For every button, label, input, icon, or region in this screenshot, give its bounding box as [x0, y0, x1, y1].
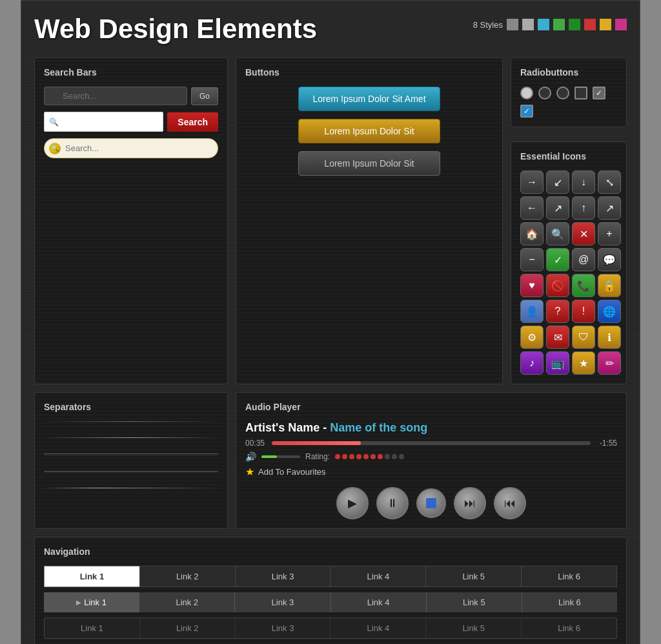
swatch-8[interactable] [615, 19, 627, 30]
buttons-title: Buttons [245, 67, 493, 78]
nav1-link1[interactable]: Link 1 [44, 566, 139, 587]
search-button-red[interactable]: Search [167, 112, 218, 132]
icon-search[interactable]: 🔍 [546, 222, 569, 245]
icon-star[interactable]: ★ [572, 351, 595, 375]
nav3-link4[interactable]: Link 4 [330, 618, 426, 638]
radio-6[interactable]: ✓ [520, 105, 533, 118]
icon-info[interactable]: ℹ [598, 326, 621, 349]
icon-arrow-right[interactable]: → [520, 171, 544, 194]
nav2-link6[interactable]: Link 6 [522, 592, 617, 612]
icon-edit[interactable]: ✏ [598, 351, 621, 375]
radio-4[interactable] [575, 87, 587, 99]
nav1-link5[interactable]: Link 5 [425, 566, 521, 587]
nav3-link1[interactable]: Link 1 [45, 618, 140, 638]
radio-2[interactable] [538, 87, 551, 99]
radio-5[interactable]: ✓ [593, 87, 605, 99]
icon-arrow-down-left[interactable]: ↙ [546, 171, 569, 194]
progress-row: 00:35 -1:55 [245, 439, 617, 448]
nav3-link2[interactable]: Link 2 [140, 618, 236, 638]
icon-globe[interactable]: 🌐 [598, 300, 621, 323]
icon-arrow-up[interactable]: ↑ [572, 196, 595, 220]
nav3-link6[interactable]: Link 6 [522, 618, 616, 638]
icon-arrow-left[interactable]: ← [520, 196, 544, 220]
dot-5[interactable] [363, 454, 369, 459]
icon-heart[interactable]: ♥ [520, 274, 544, 297]
nav3-link5[interactable]: Link 5 [426, 618, 522, 638]
icon-close[interactable]: ✕ [572, 222, 595, 245]
dot-10[interactable] [399, 454, 404, 459]
icon-phone[interactable]: 📞 [572, 274, 595, 297]
button-gold[interactable]: Lorem Ipsum Dolor Sit [298, 119, 440, 143]
nav1-link3[interactable]: Link 3 [235, 566, 330, 587]
pause-button[interactable]: ⏸ [376, 487, 409, 519]
prev-button[interactable]: ⏮ [494, 487, 526, 519]
radio-3[interactable] [556, 87, 569, 99]
icon-alert[interactable]: ! [572, 300, 595, 323]
nav2-link4[interactable]: Link 4 [331, 592, 427, 612]
icon-user[interactable]: 👤 [520, 300, 544, 323]
time-remaining: -1:55 [595, 439, 617, 448]
dot-7[interactable] [378, 454, 383, 459]
swatch-6[interactable] [584, 19, 596, 30]
icon-at[interactable]: @ [572, 248, 595, 271]
icon-music[interactable]: ♪ [520, 351, 544, 375]
button-blue[interactable]: Lorem Ipsum Dolor Sit Amet [298, 87, 440, 111]
progress-fill [272, 441, 361, 445]
dot-8[interactable] [385, 454, 390, 459]
search-input-2[interactable] [44, 112, 163, 132]
go-button[interactable]: Go [191, 87, 218, 105]
nav2-link5[interactable]: Link 5 [427, 592, 522, 612]
nav1-link4[interactable]: Link 4 [330, 566, 425, 587]
swatch-7[interactable] [600, 19, 611, 30]
radio-1[interactable] [520, 87, 533, 99]
button-dark[interactable]: Lorem Ipsum Dolor Sit [298, 151, 440, 176]
icon-tv[interactable]: 📺 [546, 351, 569, 375]
dot-4[interactable] [356, 454, 361, 459]
swatch-2[interactable] [522, 19, 534, 30]
navigation-panel: Navigation Link 1 Link 2 Link 3 Link 4 L… [34, 537, 627, 644]
swatch-5[interactable] [569, 19, 580, 30]
separators-panel: Separators [34, 392, 228, 529]
icon-home[interactable]: 🏠 [520, 222, 544, 245]
fav-star[interactable]: ★ [245, 466, 254, 478]
icon-lock[interactable]: 🔒 [598, 274, 621, 297]
search-input-1[interactable] [44, 87, 187, 105]
dot-2[interactable] [342, 454, 347, 459]
swatch-4[interactable] [553, 19, 565, 30]
dot-9[interactable] [392, 454, 397, 459]
progress-bar[interactable] [272, 441, 591, 445]
icon-mail[interactable]: ✉ [546, 326, 569, 349]
search-input-3[interactable] [44, 138, 218, 158]
play-button[interactable]: ▶ [336, 487, 369, 519]
volume-icon[interactable]: 🔊 [245, 452, 256, 462]
icon-arrow-up-right[interactable]: ↗ [546, 196, 569, 220]
icon-minus[interactable]: − [520, 248, 544, 271]
fav-label[interactable]: Add To Favourites [258, 467, 326, 477]
dot-3[interactable] [349, 454, 354, 459]
icon-help[interactable]: ? [546, 300, 569, 323]
volume-bar[interactable] [261, 455, 300, 458]
nav2-link1[interactable]: ▶Link 1 [44, 592, 139, 612]
icon-settings[interactable]: ⚙ [520, 326, 544, 349]
dot-1[interactable] [335, 454, 340, 459]
icon-arrow-down[interactable]: ↓ [572, 171, 595, 194]
top-row: Search Bars 🔍 Go 🔍 Search [34, 57, 627, 384]
icon-check[interactable]: ✓ [546, 248, 569, 271]
nav3-link3[interactable]: Link 3 [236, 618, 331, 638]
next-button[interactable]: ⏭ [454, 487, 486, 519]
stop-button[interactable] [416, 488, 446, 518]
separator-1 [44, 421, 218, 422]
icon-shield[interactable]: 🛡 [572, 326, 595, 349]
nav1-link6[interactable]: Link 6 [521, 566, 617, 587]
icon-chat[interactable]: 💬 [598, 248, 621, 271]
swatch-3[interactable] [538, 19, 549, 30]
nav2-link2[interactable]: Link 2 [139, 592, 235, 612]
icon-no[interactable]: 🚫 [546, 274, 569, 297]
nav1-link2[interactable]: Link 2 [139, 566, 235, 587]
icon-resize[interactable]: ⤡ [598, 171, 621, 194]
dot-6[interactable] [371, 454, 376, 459]
nav2-link3[interactable]: Link 3 [235, 592, 330, 612]
icon-arrow-out[interactable]: ↗ [598, 196, 621, 220]
icon-add[interactable]: + [598, 222, 621, 245]
swatch-1[interactable] [507, 19, 518, 30]
